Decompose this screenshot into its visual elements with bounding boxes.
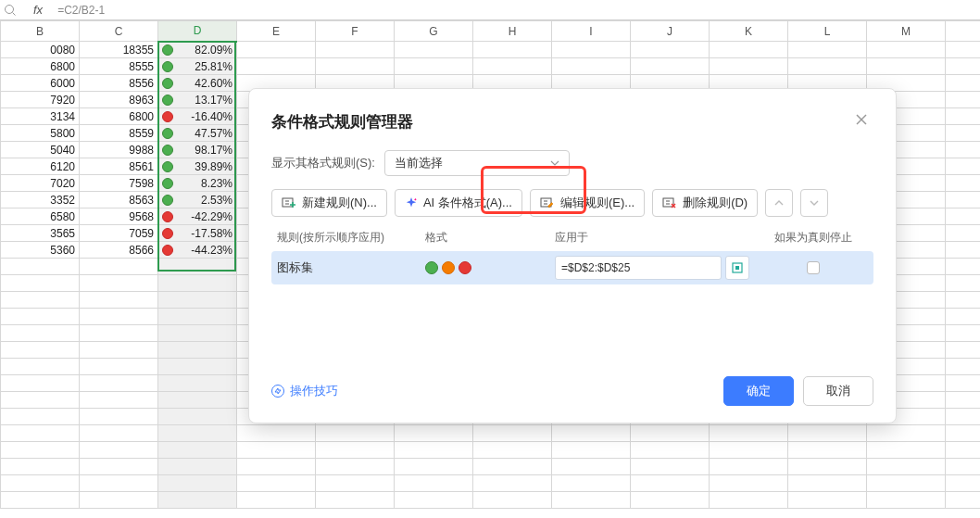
cell[interactable]	[316, 58, 395, 75]
cell[interactable]: 82.09%	[158, 42, 237, 58]
cell[interactable]	[788, 425, 867, 442]
cell[interactable]	[631, 492, 710, 509]
cell[interactable]	[946, 425, 981, 442]
cell[interactable]	[80, 292, 158, 309]
cell[interactable]	[946, 75, 981, 92]
cell[interactable]: 13.17%	[158, 92, 237, 108]
cell[interactable]: 98.17%	[158, 142, 237, 158]
cell[interactable]	[158, 475, 237, 492]
close-button[interactable]	[849, 109, 873, 133]
cell[interactable]	[946, 92, 981, 108]
cell[interactable]	[867, 475, 946, 492]
cell[interactable]: 7020	[1, 175, 80, 192]
cell[interactable]: 8555	[80, 58, 158, 75]
cell[interactable]: 7920	[1, 92, 80, 108]
cell[interactable]	[395, 442, 473, 459]
cell[interactable]	[946, 58, 981, 75]
cell[interactable]	[867, 442, 946, 459]
cell[interactable]: 3352	[1, 192, 80, 208]
column-header-d[interactable]: D	[158, 21, 237, 42]
cell[interactable]	[1, 359, 80, 375]
cell[interactable]: 9988	[80, 142, 158, 158]
cell[interactable]	[946, 259, 981, 275]
cell[interactable]	[946, 225, 981, 242]
cell[interactable]	[552, 425, 631, 442]
cell[interactable]	[631, 475, 710, 492]
cell[interactable]	[867, 425, 946, 442]
column-header-c[interactable]: C	[80, 21, 158, 42]
cell[interactable]	[946, 459, 981, 475]
cell[interactable]: 18355	[80, 42, 158, 58]
cell[interactable]	[237, 58, 316, 75]
cell[interactable]	[158, 342, 237, 359]
cell[interactable]	[80, 259, 158, 275]
cell[interactable]	[1, 292, 80, 309]
cell[interactable]: 2.53%	[158, 192, 237, 208]
move-down-button[interactable]	[800, 189, 828, 217]
cell[interactable]	[631, 442, 710, 459]
cell[interactable]	[946, 475, 981, 492]
cell[interactable]	[158, 392, 237, 409]
cell[interactable]	[710, 58, 788, 75]
cell[interactable]	[473, 475, 552, 492]
cell[interactable]	[631, 459, 710, 475]
column-header-b[interactable]: B	[1, 21, 80, 42]
cell[interactable]	[946, 375, 981, 392]
cell[interactable]	[946, 142, 981, 158]
cell[interactable]	[158, 325, 237, 342]
cell[interactable]	[1, 342, 80, 359]
column-header-f[interactable]: F	[316, 21, 395, 42]
cell[interactable]	[788, 475, 867, 492]
cell[interactable]	[395, 58, 473, 75]
cell[interactable]: 8561	[80, 158, 158, 175]
cell[interactable]: -42.29%	[158, 208, 237, 225]
cell[interactable]	[946, 359, 981, 375]
cell[interactable]	[552, 475, 631, 492]
cell[interactable]	[867, 58, 946, 75]
cell[interactable]	[473, 459, 552, 475]
cell[interactable]: 3565	[1, 225, 80, 242]
cell[interactable]	[710, 475, 788, 492]
cell[interactable]	[946, 275, 981, 292]
column-header-h[interactable]: H	[473, 21, 552, 42]
cell[interactable]: 0080	[1, 42, 80, 58]
cell[interactable]	[946, 492, 981, 509]
cell[interactable]	[158, 425, 237, 442]
cell[interactable]	[80, 409, 158, 425]
cell[interactable]	[1, 492, 80, 509]
range-input[interactable]	[555, 256, 722, 280]
cell[interactable]	[80, 275, 158, 292]
cell[interactable]: 6800	[80, 108, 158, 125]
cell[interactable]	[80, 442, 158, 459]
cell[interactable]	[80, 392, 158, 409]
cell[interactable]	[316, 459, 395, 475]
cell[interactable]	[1, 325, 80, 342]
cell[interactable]	[788, 58, 867, 75]
column-header-l[interactable]: L	[788, 21, 867, 42]
cell[interactable]: 8566	[80, 242, 158, 259]
cell[interactable]	[395, 42, 473, 58]
cell[interactable]: 9568	[80, 208, 158, 225]
cell[interactable]	[631, 42, 710, 58]
cell[interactable]	[80, 342, 158, 359]
cell[interactable]	[80, 309, 158, 325]
cell[interactable]	[946, 442, 981, 459]
new-rule-button[interactable]: 新建规则(N)...	[271, 189, 387, 217]
cell[interactable]	[710, 425, 788, 442]
cell[interactable]	[80, 325, 158, 342]
cell[interactable]	[395, 459, 473, 475]
cell[interactable]	[867, 459, 946, 475]
cell[interactable]: 8563	[80, 192, 158, 208]
cell[interactable]	[946, 175, 981, 192]
cell[interactable]: 42.60%	[158, 75, 237, 92]
cell[interactable]	[473, 492, 552, 509]
cell[interactable]	[710, 442, 788, 459]
ai-format-button[interactable]: AI 条件格式(A)...	[395, 189, 522, 217]
tips-link[interactable]: 操作技巧	[271, 383, 338, 399]
cell[interactable]	[158, 359, 237, 375]
move-up-button[interactable]	[765, 189, 793, 217]
cell[interactable]: 6580	[1, 208, 80, 225]
fx-label[interactable]: fx	[33, 3, 43, 17]
cell[interactable]	[158, 459, 237, 475]
column-header-g[interactable]: G	[395, 21, 473, 42]
